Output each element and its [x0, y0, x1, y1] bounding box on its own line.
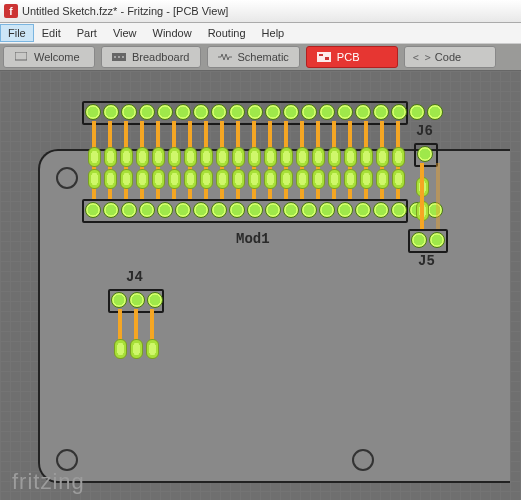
pad[interactable] [229, 104, 245, 120]
mounting-hole [352, 449, 374, 471]
pad[interactable] [409, 104, 425, 120]
trace-pad [264, 147, 277, 167]
trace-pad [264, 169, 277, 189]
trace-pad [248, 169, 261, 189]
pad[interactable] [193, 202, 209, 218]
pad[interactable] [373, 202, 389, 218]
pad[interactable] [85, 202, 101, 218]
menu-view[interactable]: View [105, 24, 145, 42]
pad[interactable] [121, 104, 137, 120]
trace-pad [104, 147, 117, 167]
pad[interactable] [157, 104, 173, 120]
pad[interactable] [247, 202, 263, 218]
trace-pad [296, 147, 309, 167]
trace-pad [184, 169, 197, 189]
header-top-pads[interactable] [84, 103, 444, 121]
svg-point-4 [122, 56, 124, 58]
pad[interactable] [211, 104, 227, 120]
trace-pad [312, 147, 325, 167]
pad[interactable] [391, 104, 407, 120]
tab-label: PCB [337, 51, 360, 63]
pad[interactable] [139, 202, 155, 218]
label-j4: J4 [126, 269, 143, 285]
pad[interactable] [283, 104, 299, 120]
menu-help[interactable]: Help [254, 24, 293, 42]
pad[interactable] [157, 202, 173, 218]
label-mod1: Mod1 [236, 231, 270, 247]
pad[interactable] [265, 202, 281, 218]
pad[interactable] [103, 202, 119, 218]
tab-label: Code [435, 51, 461, 63]
menu-window[interactable]: Window [145, 24, 200, 42]
svg-point-3 [118, 56, 120, 58]
pcb-canvas[interactable]: Mod1 J4 J5 J6 fritzing [0, 71, 521, 500]
pad[interactable] [411, 232, 427, 248]
tab-welcome[interactable]: Welcome [3, 46, 95, 68]
pad[interactable] [129, 292, 145, 308]
trace-pad [168, 147, 181, 167]
pad[interactable] [355, 202, 371, 218]
trace-pad [168, 169, 181, 189]
trace-pad [146, 339, 159, 359]
pad[interactable] [429, 232, 445, 248]
menu-edit[interactable]: Edit [34, 24, 69, 42]
tab-pcb[interactable]: PCB [306, 46, 398, 68]
mounting-hole [56, 449, 78, 471]
tab-breadboard[interactable]: Breadboard [101, 46, 201, 68]
trace-pad [152, 169, 165, 189]
header-j6-pads[interactable] [416, 145, 434, 163]
tab-label: Schematic [238, 51, 289, 63]
menu-part[interactable]: Part [69, 24, 105, 42]
pad[interactable] [391, 202, 407, 218]
pad[interactable] [283, 202, 299, 218]
schematic-icon [218, 52, 232, 62]
trace [420, 163, 424, 229]
tab-schematic[interactable]: Schematic [207, 46, 300, 68]
tab-label: Breadboard [132, 51, 190, 63]
pad[interactable] [319, 202, 335, 218]
pad[interactable] [355, 104, 371, 120]
pad[interactable] [175, 202, 191, 218]
trace-pad [232, 147, 245, 167]
pad[interactable] [121, 202, 137, 218]
pad[interactable] [301, 104, 317, 120]
pad[interactable] [211, 202, 227, 218]
pad[interactable] [229, 202, 245, 218]
pad[interactable] [417, 146, 433, 162]
trace-pad [360, 147, 373, 167]
pad[interactable] [111, 292, 127, 308]
trace-pad [312, 169, 325, 189]
trace-pad [376, 147, 389, 167]
pad[interactable] [337, 104, 353, 120]
pad[interactable] [103, 104, 119, 120]
pad[interactable] [337, 202, 353, 218]
label-j5: J5 [418, 253, 435, 269]
header-j4-pads[interactable] [110, 291, 164, 309]
svg-rect-0 [15, 52, 27, 60]
pad[interactable] [247, 104, 263, 120]
menu-file[interactable]: File [0, 24, 34, 42]
trace-pad [216, 169, 229, 189]
pad[interactable] [319, 104, 335, 120]
trace-pad [280, 169, 293, 189]
trace-pad [114, 339, 127, 359]
tab-code[interactable]: < > Code [404, 46, 496, 68]
header-bottom-pads[interactable] [84, 201, 444, 219]
pad[interactable] [373, 104, 389, 120]
pad[interactable] [147, 292, 163, 308]
pad[interactable] [427, 202, 443, 218]
pad[interactable] [175, 104, 191, 120]
trace-pad [200, 147, 213, 167]
pad[interactable] [301, 202, 317, 218]
pad[interactable] [193, 104, 209, 120]
header-j5-pads[interactable] [410, 231, 446, 249]
window-title: Untitled Sketch.fzz* - Fritzing - [PCB V… [22, 5, 228, 17]
menu-routing[interactable]: Routing [200, 24, 254, 42]
pad[interactable] [139, 104, 155, 120]
svg-rect-6 [319, 54, 323, 56]
pad[interactable] [85, 104, 101, 120]
welcome-icon [14, 52, 28, 62]
trace-pad [296, 169, 309, 189]
pad[interactable] [265, 104, 281, 120]
pad[interactable] [427, 104, 443, 120]
